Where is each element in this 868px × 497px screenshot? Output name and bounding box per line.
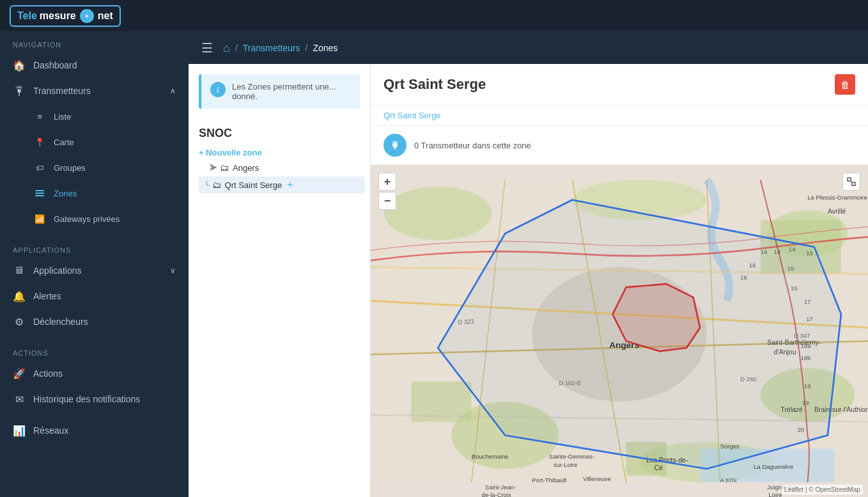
sidebar-item-declencheurs[interactable]: ⚙ Déclencheurs xyxy=(0,309,189,335)
zoom-in-button[interactable]: + xyxy=(378,173,396,191)
svg-text:Bouchemaine: Bouchemaine xyxy=(472,453,509,460)
svg-text:A 87N: A 87N xyxy=(720,477,737,484)
breadcrumb-zones: Zones xyxy=(313,43,337,53)
logo-tele: Tele xyxy=(17,10,37,22)
sidebar-item-label: Alertes xyxy=(33,291,61,301)
svg-rect-70 xyxy=(848,178,851,181)
nav-section-label: Navigation xyxy=(0,32,189,52)
content-area: ☰ ⌂ / Transmetteurs / Zones i Les Zones … xyxy=(189,32,868,497)
transmetteurs-submenu: ≡ Liste 📍 Carte 🏷 Groupes Zon xyxy=(0,104,189,232)
sidebar-item-label: Carte xyxy=(54,138,74,147)
qrt-add-button[interactable]: + xyxy=(287,179,293,191)
svg-text:Le Plessis-Grammoire: Le Plessis-Grammoire xyxy=(807,194,867,201)
breadcrumb-transmetteurs[interactable]: Transmetteurs xyxy=(243,43,300,53)
new-zone-label: + Nouvelle zone xyxy=(199,148,262,157)
sidebar-item-label: Liste xyxy=(54,112,71,122)
declencheurs-icon: ⚙ xyxy=(13,315,26,328)
sidebar-divider-2 xyxy=(0,337,189,338)
info-text-1: Les Zones permettent une... xyxy=(232,82,336,91)
zone-angers[interactable]: ⮞ 🗂 Angers xyxy=(199,160,365,175)
actions-icon: 🚀 xyxy=(13,367,26,380)
breadcrumb-sep-1: / xyxy=(235,43,238,53)
svg-text:Saint-Jean-: Saint-Jean- xyxy=(485,484,516,491)
alertes-icon: 🔔 xyxy=(13,290,26,303)
detail-title: Qrt Saint Serge xyxy=(384,76,486,93)
header-bar: ☰ ⌂ / Transmetteurs / Zones xyxy=(189,32,868,64)
sidebar-item-label: Dashboard xyxy=(33,60,77,70)
sidebar-item-alertes[interactable]: 🔔 Alertes xyxy=(0,283,189,309)
angers-label: Angers xyxy=(233,163,259,173)
transmitter-info: 0 Transmetteur dans cette zone xyxy=(371,126,868,165)
breadcrumb-sep-2: / xyxy=(306,43,308,53)
breadcrumb-home[interactable]: ⌂ xyxy=(223,42,230,55)
carte-icon: 📍 xyxy=(33,136,46,148)
apps-section-label: Applications xyxy=(0,237,189,258)
applications-chevron: ∨ xyxy=(170,266,176,275)
right-panel: Qrt Saint Serge 🗑 Qrt Saint Serge 0 Tran… xyxy=(371,64,868,497)
svg-text:Loire: Loire xyxy=(768,491,782,497)
delete-button[interactable]: 🗑 xyxy=(835,74,855,95)
svg-text:Villeneuve: Villeneuve xyxy=(583,475,610,482)
sidebar-item-label: Transmetteurs xyxy=(33,86,91,96)
map-svg: D 323 D 347 D 260 D 102-E 14 14 14 15 15… xyxy=(371,165,868,497)
svg-marker-69 xyxy=(612,284,700,351)
svg-text:Sainte-Gemmes-: Sainte-Gemmes- xyxy=(549,453,594,460)
sidebar-item-zones[interactable]: Zones xyxy=(13,180,189,206)
sidebar-item-groupes[interactable]: 🏷 Groupes xyxy=(13,155,189,180)
sidebar-item-transmetteurs[interactable]: Transmetteurs ∧ xyxy=(0,78,189,104)
sidebar: Navigation 🏠 Dashboard Transmetteurs ∧ ≡ xyxy=(0,32,189,497)
sidebar-item-applications[interactable]: 🖥 Applications ∨ xyxy=(0,258,189,283)
detail-subtitle: Qrt Saint Serge xyxy=(371,106,868,126)
left-panel: i Les Zones permettent une... donné. SNO… xyxy=(189,64,371,497)
svg-point-8 xyxy=(384,186,492,240)
svg-rect-71 xyxy=(852,182,855,185)
sidebar-item-actions[interactable]: 🚀 Actions xyxy=(0,361,189,386)
map-controls: + − xyxy=(378,173,396,210)
transmetteurs-chevron: ∧ xyxy=(170,86,176,95)
sidebar-item-label: Zones xyxy=(54,189,77,198)
liste-icon: ≡ xyxy=(33,110,46,123)
sidebar-item-label: Déclencheurs xyxy=(33,317,88,327)
sidebar-item-gateways[interactable]: 📶 Gateways privées xyxy=(13,206,189,232)
sidebar-item-dashboard[interactable]: 🏠 Dashboard xyxy=(0,52,189,78)
new-zone-link[interactable]: + Nouvelle zone xyxy=(199,145,365,160)
historique-icon: ✉ xyxy=(13,393,26,406)
sidebar-item-label: Réseaux xyxy=(33,425,68,436)
logo: Tele mesure ● net xyxy=(10,5,121,27)
transmetteurs-icon xyxy=(13,84,26,97)
map-background: D 323 D 347 D 260 D 102-E 14 14 14 15 15… xyxy=(371,165,868,497)
sidebar-item-label: Actions xyxy=(33,368,63,379)
sidebar-item-label: Applications xyxy=(33,265,82,276)
svg-text:Avrillé: Avrillé xyxy=(828,207,846,215)
snoc-title: SNOC xyxy=(189,119,370,145)
svg-text:Cé: Cé xyxy=(655,464,663,471)
sidebar-item-carte[interactable]: 📍 Carte xyxy=(13,129,189,155)
transmitter-icon xyxy=(384,134,407,157)
info-text-2: donné. xyxy=(232,91,336,101)
breadcrumb: ⌂ / Transmetteurs / Zones xyxy=(223,42,337,55)
sidebar-item-liste[interactable]: ≡ Liste xyxy=(13,104,189,129)
applications-icon: 🖥 xyxy=(13,264,26,277)
sidebar-item-historique[interactable]: ✉ Historique des notifications xyxy=(0,386,189,412)
zones-icon xyxy=(33,187,46,200)
zoom-out-button[interactable]: − xyxy=(378,192,396,210)
reseaux-icon: 📊 xyxy=(13,424,26,437)
gateways-icon: 📶 xyxy=(33,212,46,225)
logo-net: net xyxy=(98,10,113,22)
zone-qrt-saint-serge[interactable]: └ 🗂 Qrt Saint Serge + xyxy=(199,177,365,193)
dashboard-icon: 🏠 xyxy=(13,59,26,72)
svg-rect-3 xyxy=(35,193,44,194)
detail-header: Qrt Saint Serge 🗑 xyxy=(371,64,868,106)
map-container[interactable]: D 323 D 347 D 260 D 102-E 14 14 14 15 15… xyxy=(371,165,868,497)
svg-rect-2 xyxy=(35,190,44,191)
qrt-label: Qrt Saint Serge xyxy=(225,180,283,190)
sidebar-item-reseaux[interactable]: 📊 Réseaux xyxy=(0,418,189,443)
map-expand-button[interactable] xyxy=(842,173,860,191)
actions-section-label: Actions xyxy=(0,340,189,361)
svg-line-72 xyxy=(851,181,852,182)
hamburger-button[interactable]: ☰ xyxy=(201,40,213,56)
sidebar-divider-1 xyxy=(0,234,189,235)
svg-text:de-la-Croix: de-la-Croix xyxy=(481,491,511,497)
sidebar-divider-3 xyxy=(0,414,189,415)
svg-text:sur-Loire: sur-Loire xyxy=(554,461,577,468)
